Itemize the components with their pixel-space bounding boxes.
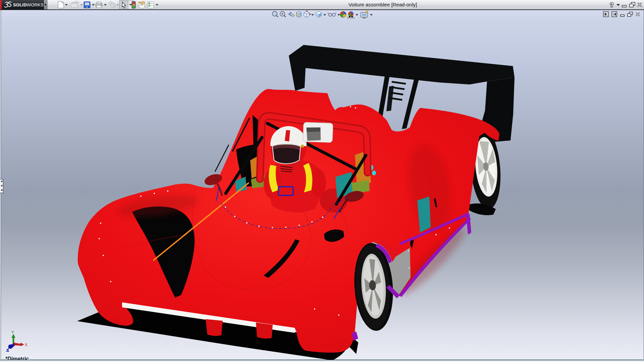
svg-text:Y: Y [11, 330, 14, 334]
svg-text:X: X [25, 343, 28, 347]
